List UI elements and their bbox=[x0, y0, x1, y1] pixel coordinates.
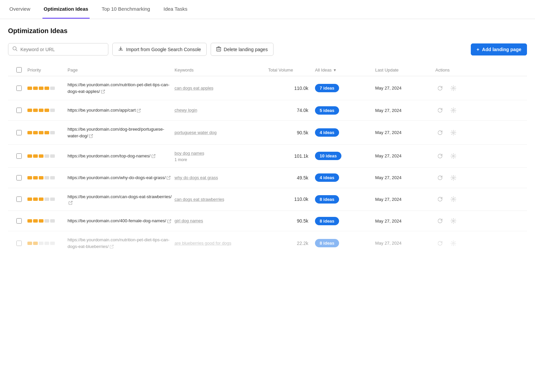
header-all-ideas[interactable]: All Ideas ▾ bbox=[315, 68, 375, 73]
keyword-link[interactable]: are blueberries good for dogs bbox=[175, 240, 268, 247]
external-link-icon[interactable] bbox=[101, 90, 105, 94]
col-volume: 110.0k bbox=[268, 86, 315, 91]
keyword-link[interactable]: can dogs eat strawberries bbox=[175, 196, 268, 203]
col-keywords: can dogs eat apples bbox=[175, 85, 268, 92]
ideas-badge[interactable]: 8 ideas bbox=[315, 195, 339, 204]
col-ideas: 4 ideas bbox=[315, 128, 375, 137]
row-checkbox[interactable] bbox=[16, 130, 22, 135]
keyword-link[interactable]: boy dog names bbox=[175, 150, 268, 157]
ideas-badge[interactable]: 8 ideas bbox=[315, 217, 339, 225]
refresh-icon[interactable] bbox=[435, 128, 445, 137]
ideas-badge[interactable]: 7 ideas bbox=[315, 84, 339, 92]
settings-icon[interactable] bbox=[449, 84, 458, 93]
row-checkbox[interactable] bbox=[16, 108, 22, 113]
col-ideas: 8 ideas bbox=[315, 239, 375, 247]
priority-bar bbox=[27, 154, 32, 158]
ideas-badge[interactable]: 5 ideas bbox=[315, 106, 339, 115]
external-link-icon[interactable] bbox=[89, 134, 93, 138]
keyword-link[interactable]: can dogs eat apples bbox=[175, 85, 268, 92]
col-page: https://be.yourdomain.com/nutrition-pet-… bbox=[68, 82, 175, 95]
col-ideas: 10 ideas bbox=[315, 152, 375, 160]
row-checkbox-col bbox=[11, 153, 27, 159]
keyword-link[interactable]: why do dogs eat grass bbox=[175, 174, 268, 181]
keyword-link[interactable]: girl dog names bbox=[175, 218, 268, 224]
col-ideas: 4 ideas bbox=[315, 173, 375, 182]
row-checkbox[interactable] bbox=[16, 241, 22, 246]
col-actions bbox=[435, 239, 482, 248]
priority-bar bbox=[50, 242, 55, 245]
settings-icon[interactable] bbox=[449, 173, 458, 182]
col-priority bbox=[27, 109, 68, 112]
row-checkbox-col bbox=[11, 218, 27, 224]
refresh-icon[interactable] bbox=[435, 151, 445, 161]
external-link-icon[interactable] bbox=[110, 245, 114, 249]
priority-bar bbox=[27, 176, 32, 179]
keyword-link[interactable]: chewy login bbox=[175, 107, 268, 114]
priority-bars bbox=[27, 198, 55, 201]
col-keywords: chewy login bbox=[175, 107, 268, 114]
refresh-icon[interactable] bbox=[435, 106, 445, 115]
settings-icon[interactable] bbox=[449, 216, 458, 226]
select-all-checkbox[interactable] bbox=[16, 67, 22, 73]
external-link-icon[interactable] bbox=[69, 201, 73, 205]
refresh-icon[interactable] bbox=[435, 239, 445, 248]
ideas-badge[interactable]: 4 ideas bbox=[315, 128, 339, 137]
refresh-icon[interactable] bbox=[435, 194, 445, 204]
table-container: Priority Page Keywords Total Volume All … bbox=[8, 64, 527, 255]
priority-bar bbox=[50, 198, 55, 201]
header-total-volume: Total Volume bbox=[268, 68, 315, 73]
col-actions bbox=[435, 173, 482, 182]
tab-idea-tasks[interactable]: Idea Tasks bbox=[162, 0, 189, 19]
priority-bar bbox=[50, 131, 55, 134]
keyword-more[interactable]: 1 more bbox=[175, 157, 187, 162]
priority-bar bbox=[50, 109, 55, 112]
row-checkbox[interactable] bbox=[16, 175, 22, 180]
import-btn[interactable]: Import from Google Search Console bbox=[112, 43, 207, 56]
priority-bar bbox=[50, 219, 55, 223]
header-last-update: Last Update bbox=[375, 68, 435, 73]
ideas-badge[interactable]: 8 ideas bbox=[315, 239, 339, 247]
delete-btn[interactable]: Delete landing pages bbox=[211, 43, 274, 56]
table-body: https://be.yourdomain.com/nutrition-pet-… bbox=[8, 76, 527, 255]
settings-icon[interactable] bbox=[449, 194, 458, 204]
external-link-icon[interactable] bbox=[137, 109, 141, 113]
settings-icon[interactable] bbox=[449, 128, 458, 137]
search-input[interactable] bbox=[20, 47, 104, 52]
row-checkbox[interactable] bbox=[16, 153, 22, 159]
priority-bars bbox=[27, 154, 55, 158]
refresh-icon[interactable] bbox=[435, 173, 445, 182]
svg-rect-2 bbox=[217, 47, 221, 51]
keyword-link[interactable]: portuguese water dog bbox=[175, 129, 268, 136]
settings-icon[interactable] bbox=[449, 106, 458, 115]
col-last-update: May 27, 2024 bbox=[375, 219, 435, 224]
row-checkbox[interactable] bbox=[16, 218, 22, 224]
col-volume: 90.5k bbox=[268, 130, 315, 135]
svg-point-6 bbox=[453, 87, 454, 89]
import-btn-label: Import from Google Search Console bbox=[126, 47, 201, 52]
refresh-icon[interactable] bbox=[435, 84, 445, 93]
svg-point-7 bbox=[453, 110, 454, 111]
priority-bar bbox=[39, 176, 43, 179]
settings-icon[interactable] bbox=[449, 151, 458, 161]
ideas-badge[interactable]: 4 ideas bbox=[315, 173, 339, 182]
tab-top-10-benchmarking[interactable]: Top 10 Benchmarking bbox=[100, 0, 151, 19]
page-url: https://be.yourdomain.com/app/cart bbox=[68, 108, 136, 113]
refresh-icon[interactable] bbox=[435, 216, 445, 226]
priority-bar bbox=[39, 154, 43, 158]
chevron-down-icon: ▾ bbox=[334, 68, 336, 73]
external-link-icon[interactable] bbox=[151, 154, 155, 158]
page-url: https://be.yourdomain.com/nutrition-pet-… bbox=[68, 82, 170, 94]
priority-bar bbox=[27, 242, 32, 245]
plus-icon: + bbox=[476, 47, 479, 52]
ideas-badge[interactable]: 10 ideas bbox=[315, 152, 341, 160]
priority-bar bbox=[39, 131, 43, 134]
row-checkbox[interactable] bbox=[16, 86, 22, 91]
row-checkbox[interactable] bbox=[16, 197, 22, 202]
external-link-icon[interactable] bbox=[167, 176, 171, 180]
tab-optimization-ideas[interactable]: Optimization Ideas bbox=[42, 0, 90, 19]
settings-icon[interactable] bbox=[449, 239, 458, 248]
col-page: https://be.yourdomain.com/400-female-dog… bbox=[68, 218, 175, 224]
add-landing-page-btn[interactable]: + Add landing page bbox=[471, 43, 527, 55]
tab-overview[interactable]: Overview bbox=[8, 0, 32, 19]
external-link-icon[interactable] bbox=[167, 219, 171, 223]
